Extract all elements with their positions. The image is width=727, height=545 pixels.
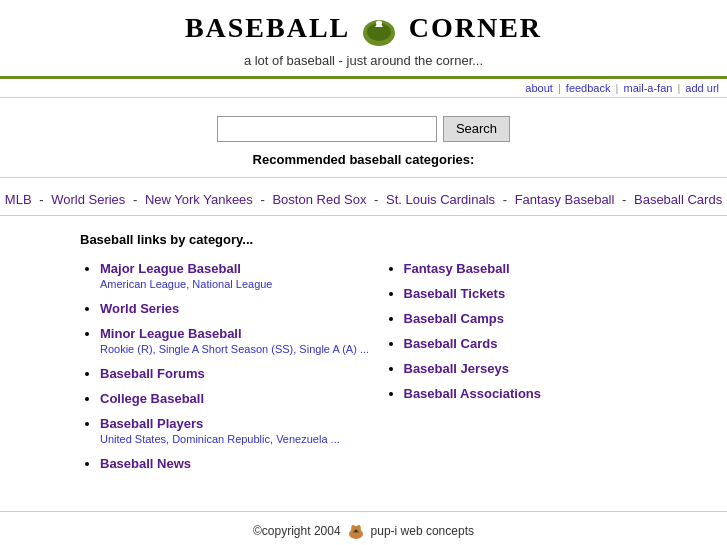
- categories-section: Baseball links by category... Major Leag…: [0, 222, 727, 491]
- featured-fantasy[interactable]: Fantasy Baseball: [515, 192, 615, 207]
- search-section: Search Recommended baseball categories:: [0, 98, 727, 177]
- top-nav-sep3: |: [677, 82, 683, 94]
- cat-world-series[interactable]: World Series: [100, 301, 179, 316]
- logo-text-left: BASEBALL: [185, 12, 349, 43]
- sub-single-a[interactable]: Single A (A): [299, 343, 356, 355]
- sub-rookie[interactable]: Rookie (R): [100, 343, 153, 355]
- svg-point-9: [353, 531, 354, 532]
- cat-major-league[interactable]: Major League Baseball: [100, 261, 241, 276]
- categories-title: Baseball links by category...: [80, 232, 687, 247]
- cat-jerseys[interactable]: Baseball Jerseys: [404, 361, 510, 376]
- sub-venezuela[interactable]: Venezuela: [276, 433, 327, 445]
- cat-players[interactable]: Baseball Players: [100, 416, 203, 431]
- sep4: -: [374, 192, 382, 207]
- top-nav-about[interactable]: about: [525, 82, 553, 94]
- featured-yankees[interactable]: New York Yankees: [145, 192, 253, 207]
- list-item: Minor League Baseball Rookie (R), Single…: [100, 326, 384, 356]
- categories-left-col: Major League Baseball American League, N…: [80, 261, 384, 481]
- sep2: -: [133, 192, 141, 207]
- cat-minor-league[interactable]: Minor League Baseball: [100, 326, 242, 341]
- cat-sub-minor: Rookie (R), Single A Short Season (SS), …: [100, 343, 369, 355]
- search-input[interactable]: [217, 116, 437, 142]
- list-item: Baseball Forums: [100, 366, 384, 381]
- featured-world-series[interactable]: World Series: [51, 192, 125, 207]
- top-nav: about | feedback | mail-a-fan | add url: [0, 79, 727, 98]
- cat-college[interactable]: College Baseball: [100, 391, 204, 406]
- cat-associations[interactable]: Baseball Associations: [404, 386, 542, 401]
- cat-sub-mlb: American League, National League: [100, 278, 272, 290]
- categories-right-col: Fantasy Baseball Baseball Tickets Baseba…: [384, 261, 688, 481]
- categories-columns: Major League Baseball American League, N…: [80, 261, 687, 481]
- top-nav-sep1: |: [558, 82, 564, 94]
- search-button[interactable]: Search: [443, 116, 510, 142]
- top-nav-sep2: |: [616, 82, 622, 94]
- cat-cards[interactable]: Baseball Cards: [404, 336, 498, 351]
- cat-camps[interactable]: Baseball Camps: [404, 311, 504, 326]
- company-text: pup-i web concepts: [371, 524, 474, 538]
- featured-cards[interactable]: Baseball Cards: [634, 192, 722, 207]
- list-item: Baseball Players United States, Dominica…: [100, 416, 384, 446]
- featured-cardinals[interactable]: St. Louis Cardinals: [386, 192, 495, 207]
- list-item: World Series: [100, 301, 384, 316]
- copyright-line: ©copyright 2004 pup-i web concepts: [0, 522, 727, 540]
- logo-text-right: CORNER: [409, 12, 542, 43]
- top-nav-feedback[interactable]: feedback: [566, 82, 611, 94]
- list-item: Baseball Jerseys: [404, 361, 688, 376]
- cat-tickets[interactable]: Baseball Tickets: [404, 286, 506, 301]
- cat-forums[interactable]: Baseball Forums: [100, 366, 205, 381]
- search-form: Search: [217, 116, 510, 142]
- cat-fantasy[interactable]: Fantasy Baseball: [404, 261, 510, 276]
- sep6: -: [622, 192, 630, 207]
- svg-point-8: [354, 529, 357, 532]
- header: BASEBALL CORNER a lot of baseball - just…: [0, 0, 727, 79]
- featured-links: MLB - World Series - New York Yankees - …: [0, 177, 727, 216]
- list-item: Fantasy Baseball: [404, 261, 688, 276]
- baseball-glove-icon: [360, 13, 398, 49]
- footer-section: ©copyright 2004 pup-i web concepts baseb…: [0, 511, 727, 545]
- list-item: Baseball Camps: [404, 311, 688, 326]
- featured-mlb[interactable]: MLB: [5, 192, 32, 207]
- list-item: Major League Baseball American League, N…: [100, 261, 384, 291]
- list-item: Baseball Tickets: [404, 286, 688, 301]
- sep5: -: [503, 192, 511, 207]
- copyright-text: ©copyright 2004: [253, 524, 341, 538]
- categories-right-list: Fantasy Baseball Baseball Tickets Baseba…: [384, 261, 688, 401]
- list-item: College Baseball: [100, 391, 384, 406]
- sep1: -: [39, 192, 47, 207]
- sep3: -: [260, 192, 268, 207]
- sub-national-league[interactable]: National League: [192, 278, 272, 290]
- top-nav-add-url[interactable]: add url: [685, 82, 719, 94]
- top-nav-mail-fan[interactable]: mail-a-fan: [623, 82, 672, 94]
- sub-single-a-short[interactable]: Single A Short Season (SS): [159, 343, 294, 355]
- categories-left-list: Major League Baseball American League, N…: [80, 261, 384, 471]
- featured-redsox[interactable]: Boston Red Sox: [272, 192, 366, 207]
- cat-sub-players: United States, Dominican Republic, Venez…: [100, 433, 340, 445]
- sub-dominican[interactable]: Dominican Republic: [172, 433, 270, 445]
- cat-news[interactable]: Baseball News: [100, 456, 191, 471]
- list-item: Baseball News: [100, 456, 384, 471]
- sub-us[interactable]: United States: [100, 433, 166, 445]
- pup-icon: [345, 522, 367, 540]
- recommended-label: Recommended baseball categories:: [0, 152, 727, 167]
- list-item: Baseball Cards: [404, 336, 688, 351]
- list-item: Baseball Associations: [404, 386, 688, 401]
- svg-point-10: [357, 531, 358, 532]
- tagline: a lot of baseball - just around the corn…: [0, 53, 727, 68]
- logo: BASEBALL CORNER: [0, 12, 727, 49]
- dog-icon: [345, 522, 367, 540]
- sub-american-league[interactable]: American League: [100, 278, 186, 290]
- svg-point-3: [376, 20, 382, 25]
- logo-text: BASEBALL CORNER: [185, 12, 542, 49]
